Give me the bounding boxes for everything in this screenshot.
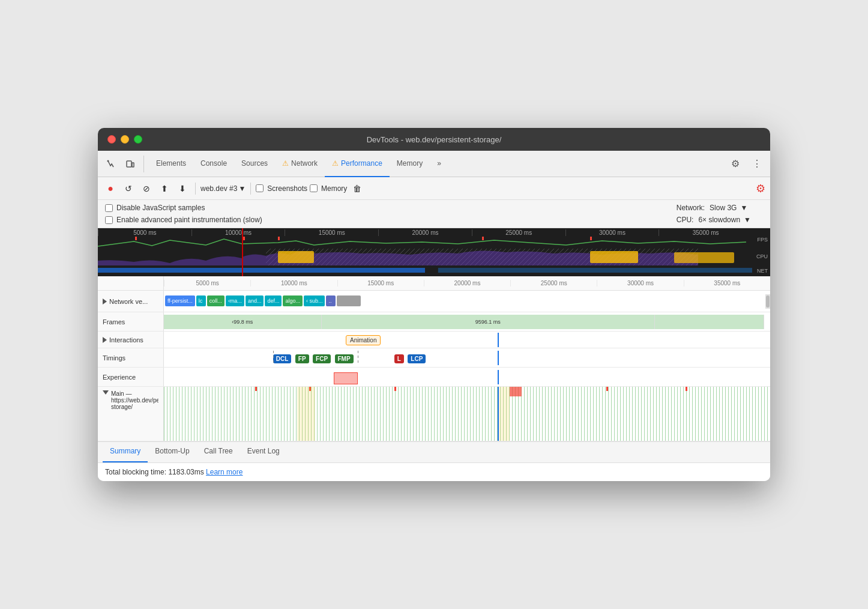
screenshots-checkbox[interactable] [256,184,264,192]
network-item-8[interactable]: .. [326,295,336,306]
screenshots-checkbox-group[interactable]: Screenshots [256,184,307,193]
timeline-cursor[interactable] [242,228,243,276]
cpu-label: CPU [756,253,768,259]
memory-checkbox-group[interactable]: Memory [310,184,347,193]
more-options-icon-btn[interactable]: ⋮ [749,156,765,172]
main-yellow-1 [297,387,315,441]
main-track-label: Main — https://web.dev/persistent-storag… [98,387,164,441]
device-toggle-icon[interactable] [122,156,139,172]
tab-console[interactable]: Console [193,151,234,177]
bottom-tabs: Summary Bottom-Up Call Tree Event Log [98,441,770,463]
interactions-track-content: Animation [164,333,770,347]
tab-call-tree[interactable]: Call Tree [197,441,240,462]
inspect-icon[interactable] [103,156,119,172]
animation-tag[interactable]: Animation [346,335,381,345]
lcp-badge[interactable]: LCP [408,354,426,363]
network-item-1[interactable]: lc [196,295,206,306]
track-scrollbar[interactable] [765,294,770,309]
fmp-badge[interactable]: FMP [335,354,354,363]
memory-checkbox[interactable] [310,184,318,192]
tracks-container: Network ve... ff-persist... lc coll... ‹… [98,291,770,441]
enable-paint-checkbox[interactable] [105,216,113,224]
ruler-mark-20000: 20000 ms [378,229,472,236]
tab-more[interactable]: » [430,151,448,177]
network-item-6[interactable]: algo... [283,295,303,306]
main-track-row: Main — https://web.dev/persistent-storag… [98,387,770,441]
cpu-throttle-option[interactable]: CPU: 6× slowdown ▼ [677,216,751,224]
network-item-5[interactable]: def... [265,295,282,306]
disable-js-samples-option[interactable]: Disable JavaScript samples [105,204,262,212]
main-track-content [164,387,770,441]
main-red-5 [686,387,687,391]
frame-block-1[interactable]: 9596.1 ms [322,315,656,329]
options-bar: Disable JavaScript samples Enable advanc… [98,200,770,228]
tab-sources[interactable]: Sources [234,151,275,177]
tab-elements[interactable]: Elements [149,151,193,177]
status-text: Total blocking time: 1183.03ms [105,468,206,476]
tab-summary[interactable]: Summary [103,441,148,462]
learn-more-link[interactable]: Learn more [206,468,243,476]
devtools-window: DevTools - web.dev/persistent-storage/ E… [98,128,770,481]
ruler2-35000: 35000 ms [684,280,770,286]
interactions-track-label[interactable]: Interactions [98,332,164,348]
network-track-label[interactable]: Network ve... [98,291,164,312]
toolbar-separator-2 [250,183,251,195]
perf-settings-button[interactable]: ⚙ [756,182,765,195]
timings-track-row: Timings DCL FP FCP FMP L LCP [98,348,770,368]
profile-selector[interactable]: web.dev #3 ▼ [200,184,246,193]
svg-rect-6 [482,237,484,240]
net-chart-area [98,268,752,273]
frame-block-0[interactable]: ‹99.8 ms [164,315,322,329]
svg-rect-11 [674,252,734,263]
fp-badge[interactable]: FP [295,354,309,363]
svg-rect-3 [135,237,137,240]
delete-recording-button[interactable]: 🗑 [349,181,365,196]
experience-cls-block[interactable] [334,372,358,384]
network-track-content: ff-persist... lc coll... ‹ma... and... d… [164,294,770,309]
disable-js-checkbox[interactable] [105,204,113,212]
svg-rect-4 [243,237,245,240]
ruler2-30000: 30000 ms [597,280,683,286]
dashed-line-1 [273,351,274,365]
reload-button[interactable]: ↺ [121,181,136,196]
network-item-4[interactable]: and... [246,295,264,306]
l-badge[interactable]: L [394,354,404,363]
svg-rect-13 [438,268,752,273]
timeline-overview[interactable]: 5000 ms 10000 ms 15000 ms 20000 ms 25000… [98,228,770,276]
cpu-chart-area [98,249,752,265]
interactions-expand-icon [103,337,107,343]
tab-bottom-up[interactable]: Bottom-Up [148,441,196,462]
svg-rect-2 [132,163,134,167]
svg-rect-9 [278,251,314,263]
frames-track-content: ‹99.8 ms 9596.1 ms [164,312,770,331]
network-item-3[interactable]: ‹ma... [226,295,244,306]
tab-network[interactable]: ⚠ Network [275,151,325,177]
tab-performance[interactable]: ⚠ Performance [325,151,390,177]
download-button[interactable]: ⬇ [175,181,190,196]
timings-track-content: DCL FP FCP FMP L LCP [164,351,770,365]
upload-button[interactable]: ⬆ [157,181,172,196]
settings-icon-btn[interactable]: ⚙ [727,156,744,172]
network-item-2[interactable]: coll... [207,295,225,306]
fcp-badge[interactable]: FCP [313,354,331,363]
close-button[interactable] [107,135,116,144]
ruler2-10000: 10000 ms [250,280,337,286]
main-red-4 [606,387,608,391]
network-item-9[interactable] [337,295,361,306]
blue-cursor-interactions [498,333,499,347]
main-red-block [510,387,522,396]
main-red-1 [255,387,257,391]
scrollbar-thumb[interactable] [766,295,770,308]
enable-paint-option[interactable]: Enable advanced paint instrumentation (s… [105,216,262,224]
network-item-7[interactable]: ‹ sub... [304,295,325,306]
record-button[interactable]: ● [103,181,118,196]
dcl-badge[interactable]: DCL [273,354,292,363]
tab-memory[interactable]: Memory [390,151,430,177]
frame-block-2[interactable] [655,315,764,329]
network-throttle-option[interactable]: Network: Slow 3G ▼ [677,204,751,212]
network-item-0[interactable]: ff-persist... [165,295,195,306]
maximize-button[interactable] [134,135,142,144]
clear-button[interactable]: ⊘ [139,181,154,196]
minimize-button[interactable] [121,135,129,144]
tab-event-log[interactable]: Event Log [240,441,287,462]
